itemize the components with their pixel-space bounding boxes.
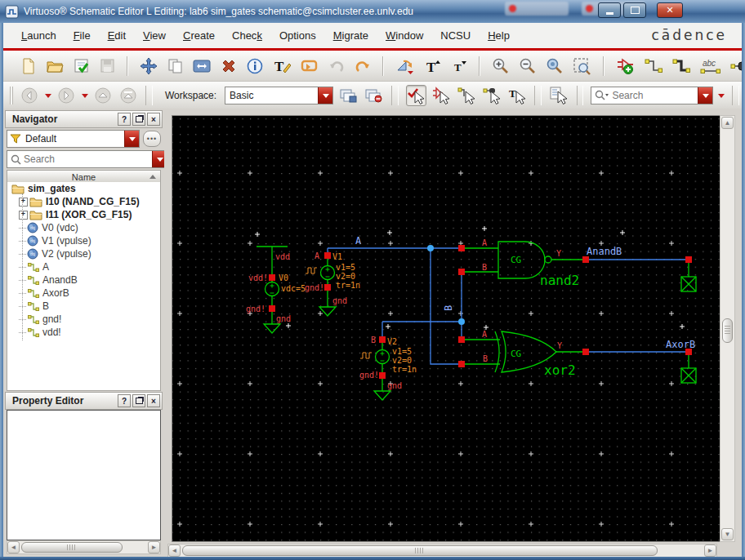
- search-dropdown-button[interactable]: [698, 87, 712, 104]
- navigator-filter-dropdown[interactable]: [124, 131, 139, 147]
- xor2-output-terminal[interactable]: [582, 349, 589, 355]
- menu-migrate[interactable]: Migrate: [333, 29, 368, 42]
- delete-button[interactable]: [220, 54, 238, 78]
- select-instance-mode-button[interactable]: [431, 85, 452, 106]
- scroll-up-button[interactable]: ▲: [721, 117, 734, 129]
- back-history-caret[interactable]: [45, 94, 51, 98]
- text-bigger-button[interactable]: T: [424, 54, 442, 78]
- scroll-right-button[interactable]: ►: [148, 541, 160, 553]
- menu-window[interactable]: Window: [386, 29, 423, 42]
- menu-edit[interactable]: Edit: [108, 29, 126, 42]
- create-wire-name-button[interactable]: abc: [699, 54, 721, 78]
- save-button[interactable]: [73, 54, 91, 78]
- create-instance-button[interactable]: [615, 54, 636, 78]
- toolbar-search-combobox[interactable]: [591, 87, 713, 104]
- schematic-canvas[interactable]: vdd vdd! V0 vdc=5 gnd! gnd: [172, 115, 727, 542]
- stretch-button[interactable]: [192, 54, 212, 78]
- tree-item-sim-gates[interactable]: sim_gates: [7, 182, 160, 195]
- scroll-down-button[interactable]: ▼: [721, 528, 734, 540]
- v1-minus-terminal[interactable]: [324, 284, 331, 291]
- revert-workspace-button[interactable]: [364, 85, 384, 106]
- net-axorb-label[interactable]: AxorB: [666, 339, 695, 350]
- text-smaller-button[interactable]: T: [450, 54, 468, 78]
- back-button[interactable]: [20, 85, 40, 106]
- property-editor-titlebar[interactable]: Property Editor ? ×: [5, 392, 163, 410]
- navigator-close-button[interactable]: ×: [147, 113, 160, 126]
- forward-history-caret[interactable]: [82, 94, 88, 98]
- open-button[interactable]: [46, 54, 65, 78]
- scroll-left-button[interactable]: ◄: [7, 541, 20, 553]
- up-hierarchy-button[interactable]: [93, 85, 114, 106]
- tree-item-v0[interactable]: obj V0 (vdc): [7, 221, 160, 234]
- zoom-fit-button[interactable]: [545, 54, 564, 78]
- rotate-button[interactable]: [395, 54, 416, 78]
- nand2-input-b-terminal[interactable]: [458, 269, 465, 275]
- minimize-button[interactable]: [598, 2, 621, 18]
- select-text-mode-button[interactable]: T: [506, 85, 527, 106]
- tree-item-i10[interactable]: + I10 (NAND_CG_F15): [7, 195, 160, 208]
- net-anandb-label[interactable]: AnandB: [587, 246, 622, 257]
- zoom-area-button[interactable]: [572, 54, 592, 78]
- descend-edit-button[interactable]: [300, 54, 319, 78]
- menu-create[interactable]: Create: [183, 29, 215, 42]
- edit-labels-button[interactable]: T: [272, 54, 292, 78]
- zoom-in-button[interactable]: [491, 54, 510, 78]
- save-workspace-button[interactable]: [338, 85, 359, 106]
- redo-button[interactable]: [354, 54, 372, 78]
- menu-options[interactable]: Options: [279, 29, 316, 42]
- property-editor-float-button[interactable]: [132, 394, 145, 407]
- scroll-right-button[interactable]: ►: [704, 544, 716, 557]
- create-wide-wire-button[interactable]: [671, 54, 691, 78]
- navigator-search-input[interactable]: [21, 153, 152, 166]
- maximize-button[interactable]: [623, 2, 646, 18]
- tree-item-v2[interactable]: obj V2 (vpulse): [7, 247, 160, 260]
- net-b-label[interactable]: B: [443, 305, 454, 311]
- tree-item-net-gnd[interactable]: gnd!: [7, 313, 160, 326]
- expand-icon[interactable]: +: [19, 198, 28, 207]
- property-editor-help-button[interactable]: ?: [118, 394, 131, 407]
- menu-check[interactable]: Check: [232, 29, 262, 42]
- axorb-terminal[interactable]: [685, 349, 692, 355]
- navigator-float-button[interactable]: [132, 113, 145, 126]
- select-wire-mode-button[interactable]: [457, 85, 477, 106]
- toolbar-search-input[interactable]: [609, 89, 698, 102]
- expand-icon[interactable]: +: [19, 211, 28, 220]
- tree-item-net-axorb[interactable]: AxorB: [7, 287, 160, 300]
- v0-minus-terminal[interactable]: [269, 305, 275, 312]
- create-wire-button[interactable]: [644, 54, 663, 78]
- scrollbar-thumb[interactable]: [722, 318, 733, 343]
- scrollbar-thumb[interactable]: [21, 542, 123, 553]
- menu-ncsu[interactable]: NCSU: [440, 29, 471, 42]
- query-properties-button[interactable]: [549, 85, 569, 106]
- workspace-dropdown-button[interactable]: [318, 87, 332, 104]
- object-properties-button[interactable]: [246, 54, 264, 78]
- navigator-filter-combobox[interactable]: Default: [7, 130, 140, 148]
- forward-button[interactable]: [56, 85, 77, 106]
- v2-minus-terminal[interactable]: [379, 372, 386, 379]
- v2-plus-terminal[interactable]: [379, 336, 386, 343]
- move-button[interactable]: [139, 54, 158, 78]
- titlebar[interactable]: Virtuoso® Schematic Editor L Editing: la…: [0, 0, 745, 24]
- canvas-vscrollbar[interactable]: ▲ ▼: [720, 115, 735, 542]
- tree-item-net-anandb[interactable]: AnandB: [7, 273, 160, 287]
- undo-button[interactable]: [328, 54, 346, 78]
- copy-button[interactable]: [167, 54, 184, 78]
- tree-item-i11[interactable]: + I11 (XOR_CG_F15): [7, 208, 160, 221]
- v1-plus-terminal[interactable]: [324, 252, 331, 259]
- canvas-hscrollbar[interactable]: ◄ ►: [167, 544, 717, 558]
- scrollbar-thumb[interactable]: [182, 545, 658, 556]
- nand2-input-a-terminal[interactable]: [458, 245, 465, 251]
- workspace-combobox[interactable]: Basic: [225, 87, 333, 104]
- anandb-terminal[interactable]: [685, 256, 692, 263]
- tree-item-v1[interactable]: obj V1 (vpulse): [7, 234, 160, 247]
- menu-help[interactable]: Help: [488, 29, 510, 42]
- save-as-button[interactable]: [99, 54, 116, 78]
- menu-view[interactable]: View: [143, 29, 166, 42]
- new-button[interactable]: [20, 54, 38, 78]
- left-panel-hscrollbar[interactable]: ◄ ►: [7, 540, 161, 554]
- menu-launch[interactable]: Launch: [21, 29, 56, 42]
- scroll-left-button[interactable]: ◄: [168, 544, 181, 557]
- tree-item-net-a[interactable]: A: [7, 260, 160, 273]
- v0-plus-terminal[interactable]: [269, 274, 275, 281]
- close-button[interactable]: ✕: [657, 2, 683, 18]
